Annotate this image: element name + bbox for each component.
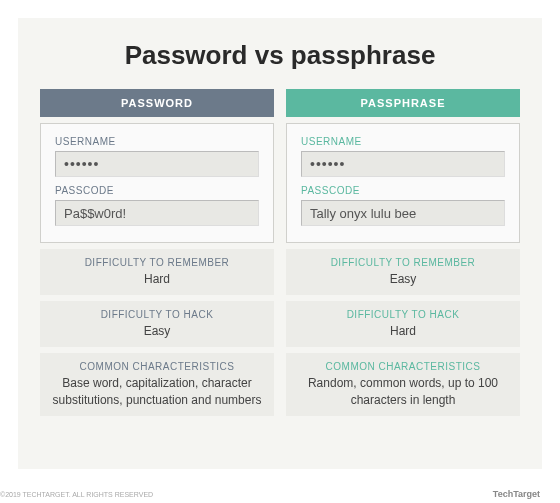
info-label: DIFFICULTY TO HACK [296,309,510,320]
info-label: COMMON CHARACTERISTICS [296,361,510,372]
info-row: COMMON CHARACTERISTICS Random, common wo… [286,353,520,415]
page-title: Password vs passphrase [40,40,520,71]
username-label: USERNAME [55,136,259,147]
passcode-input: Pa$$w0rd! [55,200,259,226]
info-row: DIFFICULTY TO HACK Easy [40,301,274,347]
info-value: Hard [296,323,510,339]
info-row: DIFFICULTY TO HACK Hard [286,301,520,347]
info-value: Hard [50,271,264,287]
info-label: DIFFICULTY TO REMEMBER [50,257,264,268]
footer: ©2019 TECHTARGET. ALL RIGHTS RESERVED Te… [0,487,560,503]
info-label: DIFFICULTY TO HACK [50,309,264,320]
info-value: Random, common words, up to 100 characte… [296,375,510,407]
password-form-box: USERNAME •••••• PASSCODE Pa$$w0rd! [40,123,274,243]
info-value: Easy [50,323,264,339]
passcode-input: Tally onyx lulu bee [301,200,505,226]
password-column: PASSWORD USERNAME •••••• PASSCODE Pa$$w0… [40,89,274,416]
copyright-text: ©2019 TECHTARGET. ALL RIGHTS RESERVED [0,491,153,498]
passphrase-header: PASSPHRASE [286,89,520,117]
columns-container: PASSWORD USERNAME •••••• PASSCODE Pa$$w0… [40,89,520,416]
diagram-card: Password vs passphrase PASSWORD USERNAME… [18,18,542,469]
info-value: Base word, capitalization, character sub… [50,375,264,407]
passcode-label: PASSCODE [55,185,259,196]
username-input: •••••• [301,151,505,177]
password-header: PASSWORD [40,89,274,117]
passphrase-form-box: USERNAME •••••• PASSCODE Tally onyx lulu… [286,123,520,243]
passcode-label: PASSCODE [301,185,505,196]
brand-text: TechTarget [493,489,540,499]
info-row: DIFFICULTY TO REMEMBER Hard [40,249,274,295]
info-label: DIFFICULTY TO REMEMBER [296,257,510,268]
passphrase-column: PASSPHRASE USERNAME •••••• PASSCODE Tall… [286,89,520,416]
info-label: COMMON CHARACTERISTICS [50,361,264,372]
username-input: •••••• [55,151,259,177]
info-row: COMMON CHARACTERISTICS Base word, capita… [40,353,274,415]
info-value: Easy [296,271,510,287]
info-row: DIFFICULTY TO REMEMBER Easy [286,249,520,295]
username-label: USERNAME [301,136,505,147]
